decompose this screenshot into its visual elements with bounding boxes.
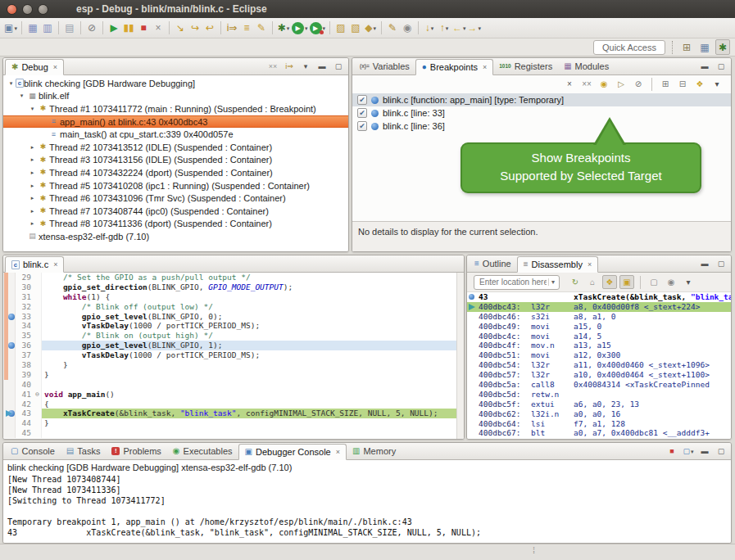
tab-memory[interactable]: ▥Memory <box>347 443 402 459</box>
link-with-debug-view-button[interactable]: ❖ <box>692 78 707 91</box>
save-button[interactable]: ▦ <box>25 20 40 36</box>
back-button[interactable]: ←▾ <box>451 20 467 36</box>
next-annotation-button[interactable]: ↓▾ <box>422 20 437 36</box>
close-window-button[interactable] <box>7 4 17 15</box>
maximize-window-button[interactable] <box>38 4 48 15</box>
open-perspective-button[interactable]: ⊞ <box>679 39 694 55</box>
external-tools-button[interactable]: ▶▾ <box>309 20 327 36</box>
expander-icon[interactable]: ▸ <box>28 183 37 189</box>
tab-disassembly[interactable]: ≡Disassembly× <box>517 256 598 273</box>
console-output[interactable]: [New Thread 1073408744] [New Thread 1073… <box>3 474 731 538</box>
debug-tree-item[interactable]: ▸✱Thread #7 1073408744 (ipc0) (Suspended… <box>3 205 348 218</box>
tab-breakpoints[interactable]: ●Breakpoints× <box>415 59 493 75</box>
debug-tree-item[interactable]: ▾▦blink.elf <box>3 90 348 103</box>
disassembly-instruction-row[interactable]: 400dbc4c:movia14, 5 <box>467 332 731 341</box>
code-line[interactable]: 31 while(1) { <box>3 292 464 302</box>
disassembly-instruction-row[interactable]: 400dbc6a:bnonea0, a1, 0x400dbc8b <__addd… <box>467 438 731 439</box>
breakpoint-icon[interactable] <box>8 314 15 320</box>
tab-tasks[interactable]: ▤Tasks <box>61 443 107 459</box>
sash-drag-handle[interactable]: ⁞ <box>533 545 536 555</box>
pin-editor-button[interactable]: ◉ <box>400 20 415 36</box>
expander-icon[interactable]: ▾ <box>7 80 16 87</box>
tab-problems[interactable]: !Problems <box>106 443 166 459</box>
disassembly-instruction-row[interactable]: 400dbc46:s32ia8, a1, 0 <box>467 312 731 322</box>
minimize-window-button[interactable] <box>22 4 33 15</box>
editor-scrollbar[interactable] <box>456 273 464 439</box>
debug-tree-item[interactable]: ▾cblink checking [GDB Hardware Debugging… <box>3 77 348 90</box>
collapse-all-button[interactable]: ⊟ <box>675 78 690 91</box>
debug-configurations-button[interactable]: ✱▾ <box>276 20 291 36</box>
maximize-button[interactable]: ▢ <box>714 445 728 458</box>
tab-debugger-console[interactable]: ▣Debugger Console× <box>238 444 347 460</box>
show-debug-elements-button[interactable]: ≡ <box>239 20 254 36</box>
code-line[interactable]: 44} <box>3 418 464 428</box>
code-line[interactable]: 39} <box>3 370 464 380</box>
instruction-stepping-mode-button[interactable]: i⇒ <box>282 61 297 73</box>
remove-all-terminated-button[interactable]: ×× <box>265 61 280 73</box>
minimize-button[interactable]: ▬ <box>315 61 329 73</box>
debug-tree-item[interactable]: ≡main_task() at cpu_start.c:339 0x400d05… <box>3 128 348 141</box>
remove-all-breakpoints-button[interactable]: ×× <box>579 78 594 91</box>
maximize-button[interactable]: ▢ <box>714 258 728 270</box>
cpp-perspective-button[interactable]: ▦ <box>697 39 712 55</box>
expander-icon[interactable]: ▾ <box>17 93 26 99</box>
debug-perspective-button[interactable]: ✱ <box>715 39 730 55</box>
maximize-button[interactable]: ▢ <box>714 61 728 73</box>
debug-tree-item[interactable]: ▸✱Thread #8 1073411336 (dport) (Suspende… <box>3 218 348 231</box>
close-tab-icon[interactable]: × <box>336 448 340 456</box>
close-tab-icon[interactable]: × <box>53 260 57 269</box>
debug-tree-item[interactable]: ▸✱Thread #5 1073410208 (ipc1 : Running) … <box>3 179 348 192</box>
close-tab-icon[interactable]: × <box>588 260 592 269</box>
quick-access-button[interactable]: Quick Access <box>593 40 665 55</box>
save-all-button[interactable]: ▥ <box>40 20 55 36</box>
code-line[interactable]: 34 vTaskDelay(1000 / portTICK_PERIOD_MS)… <box>3 321 464 331</box>
go-to-file-for-breakpoint-button[interactable]: ▷ <box>614 78 628 91</box>
expander-icon[interactable]: ▸ <box>28 169 37 176</box>
link-active-context-button[interactable]: ❖ <box>602 275 617 289</box>
disassembly-instruction-row[interactable]: 400dbc62:l32i.na0, a0, 16 <box>467 409 731 419</box>
step-into-button[interactable]: ↘ <box>173 20 188 36</box>
remove-selected-breakpoints-button[interactable]: × <box>562 78 577 91</box>
expander-icon[interactable]: ▸ <box>28 156 37 163</box>
trace-control-button[interactable]: ✎ <box>254 20 269 36</box>
code-line[interactable]: 35 /* Blink on (output high) */ <box>3 331 464 341</box>
terminate-button[interactable]: ■ <box>136 20 151 36</box>
fold-marker-icon[interactable]: ⊖ <box>34 390 42 400</box>
step-return-button[interactable]: ↩ <box>202 20 217 36</box>
code-line[interactable]: 37 vTaskDelay(1000 / portTICK_PERIOD_MS)… <box>3 350 464 360</box>
show-breakpoints-supported-button[interactable]: ◉ <box>597 78 611 91</box>
disassembly-instruction-row[interactable]: 400dbc54:l32ra11, 0x400d0460 <_stext+109… <box>467 360 731 370</box>
location-input[interactable] <box>478 277 548 287</box>
view-menu-button[interactable]: ▾ <box>710 78 724 91</box>
view-menu-button[interactable]: ▾ <box>298 61 313 73</box>
breakpoint-icon[interactable] <box>8 342 15 349</box>
terminate-console-button[interactable]: ■ <box>665 445 679 458</box>
maximize-button[interactable]: ▢ <box>331 61 346 73</box>
disconnect-button[interactable]: × <box>151 20 166 36</box>
expander-icon[interactable]: ▸ <box>28 220 37 227</box>
debug-tree-item[interactable]: ▸✱Thread #4 1073432224 (dport) (Suspende… <box>3 166 348 179</box>
close-tab-icon[interactable]: × <box>483 63 487 71</box>
show-source-button[interactable]: ▣ <box>619 275 634 289</box>
debug-tree-item[interactable]: ▸✱Thread #6 1073431096 (Tmr Svc) (Suspen… <box>3 192 348 205</box>
code-editor[interactable]: 29 /* Set the GPIO as a push/pull output… <box>3 273 464 439</box>
tab-registers[interactable]: 1010Registers <box>493 58 558 75</box>
display-selected-console-button[interactable]: ▢▾ <box>681 445 696 458</box>
tab-executables[interactable]: ◉Executables <box>167 443 238 459</box>
resume-button[interactable]: ▶ <box>107 20 121 36</box>
refresh-button[interactable]: ↻ <box>568 275 583 289</box>
debug-tree-item[interactable]: ▾✱Thread #1 1073411772 (main : Running) … <box>3 102 348 115</box>
disassembly-instruction-row[interactable]: 400dbc64:lsif7, a1, 128 <box>467 419 731 429</box>
debug-tree-item[interactable]: ▤xtensa-esp32-elf-gdb (7.10) <box>3 230 348 243</box>
expander-icon[interactable]: ▾ <box>28 106 37 112</box>
code-line[interactable]: 41⊖void app_main() <box>3 390 464 400</box>
disassembly-listing[interactable]: 43xTaskCreate(&blink_task, "blink_tas400… <box>467 292 731 439</box>
open-folder-button[interactable]: ▧ <box>348 20 363 36</box>
code-line[interactable]: 42{ <box>3 400 464 409</box>
code-line[interactable]: 45 <box>3 428 464 438</box>
run-button[interactable]: ▶▾ <box>291 20 309 36</box>
disassembly-instruction-row[interactable]: 400dbc43:l32ra8, 0x400d00f8 <_stext+224> <box>467 302 731 312</box>
debug-tree-item[interactable]: ▸✱Thread #2 1073413512 (IDLE) (Suspended… <box>3 141 348 154</box>
code-line[interactable]: 40 <box>3 380 464 390</box>
disassembly-instruction-row[interactable]: 400dbc5a:call80x40084314 <xTaskCreatePin… <box>467 380 731 390</box>
